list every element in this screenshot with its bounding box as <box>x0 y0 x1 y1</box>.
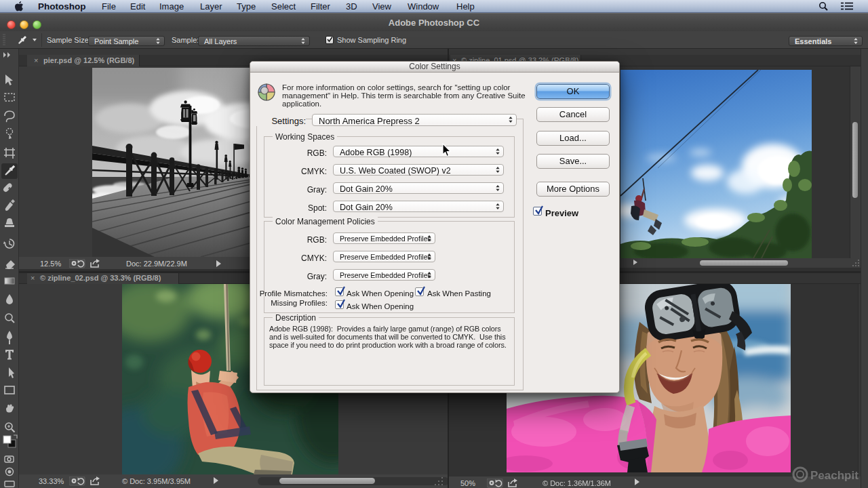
svg-text:Peachpit: Peachpit <box>810 469 859 482</box>
